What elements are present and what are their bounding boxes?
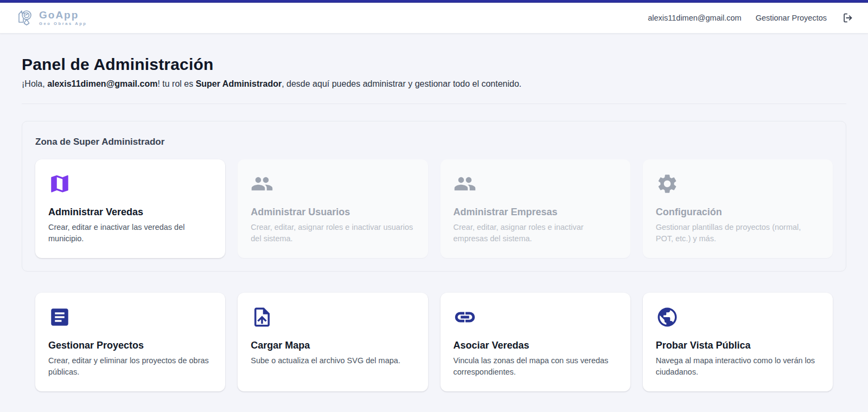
greeting-text: ¡Hola, alexis11dimen@gmail.com! tu rol e… (22, 79, 846, 89)
admin-panel-page: Panel de Administración ¡Hola, alexis11d… (0, 55, 868, 391)
card-description: Gestionar plantillas de proyectos (norma… (656, 222, 820, 245)
card-description: Vincula las zonas del mapa con sus vered… (454, 355, 617, 378)
card-gestionar-proyectos[interactable]: Gestionar Proyectos Crear, editar y elim… (35, 293, 225, 391)
card-administrar-empresas: Administrar Empresas Crear, editar, asig… (441, 159, 630, 258)
logo-name: GoApp (39, 10, 87, 20)
card-title: Asociar Veredas (454, 340, 617, 351)
card-probar-vista-publica[interactable]: Probar Vista Pública Navega al mapa inte… (643, 293, 833, 391)
geoapp-pin-logo-icon (14, 6, 36, 30)
card-asociar-veredas[interactable]: Asociar Veredas Vincula las zonas del ma… (441, 293, 630, 391)
zone-title: Zona de Super Administrador (35, 137, 833, 147)
admin-zone-card-grid: Administrar Veredas Crear, editar e inac… (35, 159, 833, 258)
card-administrar-veredas[interactable]: Administrar Veredas Crear, editar e inac… (35, 159, 225, 258)
card-description: Crear, editar, asignar roles e inactivar… (454, 222, 617, 245)
card-configuracion: Configuración Gestionar plantillas de pr… (643, 159, 833, 258)
header-nav: alexis11dimen@gmail.com Gestionar Proyec… (648, 12, 854, 24)
logout-button[interactable] (842, 12, 854, 24)
document-list-icon (48, 306, 71, 329)
greeting-email: alexis11dimen@gmail.com (47, 79, 157, 88)
app-logo[interactable]: GoApp Geo Obras App (14, 6, 87, 30)
gear-icon (656, 172, 679, 195)
card-title: Administrar Veredas (48, 207, 212, 218)
section-divider (22, 104, 846, 104)
nav-link-gestionar-proyectos[interactable]: Gestionar Proyectos (756, 14, 827, 22)
card-description: Sube o actualiza el archivo SVG del mapa… (251, 355, 414, 366)
file-upload-icon (251, 306, 273, 329)
card-title: Gestionar Proyectos (48, 340, 212, 351)
users-icon (251, 172, 273, 195)
card-title: Probar Vista Pública (656, 340, 820, 351)
super-admin-zone: Zona de Super Administrador Administrar … (22, 121, 846, 272)
tools-card-grid: Gestionar Proyectos Crear, editar y elim… (35, 293, 833, 391)
user-email: alexis11dimen@gmail.com (648, 14, 741, 22)
map-icon (48, 172, 71, 195)
logo-tagline: Geo Obras App (39, 22, 87, 26)
app-header: GoApp Geo Obras App alexis11dimen@gmail.… (0, 3, 868, 34)
card-cargar-mapa[interactable]: Cargar Mapa Sube o actualiza el archivo … (238, 293, 427, 391)
card-description: Crear, editar e inactivar las veredas de… (48, 222, 212, 245)
greeting-role: Super Administrador (196, 79, 282, 88)
logout-icon (842, 12, 854, 24)
card-description: Navega al mapa interactivo como lo verán… (656, 355, 820, 378)
users-icon (454, 172, 476, 195)
tools-section: Gestionar Proyectos Crear, editar y elim… (22, 293, 846, 391)
link-icon (454, 306, 476, 329)
globe-icon (656, 306, 679, 329)
card-title: Cargar Mapa (251, 340, 414, 351)
card-description: Crear, editar y eliminar los proyectos d… (48, 355, 212, 378)
card-title: Administrar Empresas (454, 207, 617, 218)
card-title: Administrar Usuarios (251, 207, 414, 218)
card-description: Crear, editar, asignar roles e inactivar… (251, 222, 414, 245)
card-administrar-usuarios: Administrar Usuarios Crear, editar, asig… (238, 159, 427, 258)
page-title: Panel de Administración (22, 55, 846, 74)
card-title: Configuración (656, 207, 820, 218)
